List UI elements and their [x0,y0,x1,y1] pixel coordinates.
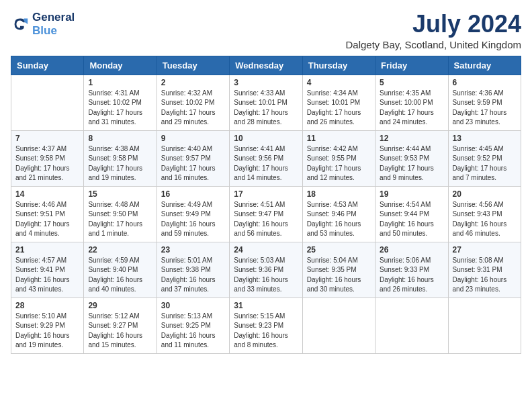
day-content: Sunrise: 4:54 AM Sunset: 9:44 PM Dayligh… [380,200,443,239]
calendar-cell: 30Sunrise: 5:13 AM Sunset: 9:25 PM Dayli… [157,298,229,353]
calendar-cell: 10Sunrise: 4:41 AM Sunset: 9:56 PM Dayli… [230,130,302,186]
calendar-cell: 9Sunrise: 4:40 AM Sunset: 9:57 PM Daylig… [157,130,229,186]
day-number: 1 [88,78,152,87]
day-number: 31 [234,301,298,310]
day-number: 9 [161,134,225,143]
header-row: SundayMondayTuesdayWednesdayThursdayFrid… [11,56,521,75]
week-row-2: 7Sunrise: 4:37 AM Sunset: 9:58 PM Daylig… [11,130,521,186]
day-content: Sunrise: 5:01 AM Sunset: 9:38 PM Dayligh… [161,256,225,295]
day-number: 7 [15,134,79,143]
calendar-cell: 25Sunrise: 5:04 AM Sunset: 9:35 PM Dayli… [302,242,375,298]
header-cell-sunday: Sunday [11,56,84,75]
day-number: 11 [307,134,371,143]
week-row-3: 14Sunrise: 4:46 AM Sunset: 9:51 PM Dayli… [11,186,521,242]
day-content: Sunrise: 4:36 AM Sunset: 9:59 PM Dayligh… [453,89,517,128]
calendar-cell: 24Sunrise: 5:03 AM Sunset: 9:36 PM Dayli… [230,242,302,298]
day-content: Sunrise: 4:51 AM Sunset: 9:47 PM Dayligh… [234,200,298,239]
header-cell-friday: Friday [375,56,448,75]
calendar-cell: 4Sunrise: 4:34 AM Sunset: 10:01 PM Dayli… [302,75,375,130]
day-content: Sunrise: 4:48 AM Sunset: 9:50 PM Dayligh… [88,200,152,239]
day-content: Sunrise: 5:13 AM Sunset: 9:25 PM Dayligh… [161,312,225,351]
day-number: 26 [380,245,443,255]
day-number: 4 [307,78,371,87]
calendar-cell: 15Sunrise: 4:48 AM Sunset: 9:50 PM Dayli… [84,186,157,242]
day-content: Sunrise: 4:56 AM Sunset: 9:43 PM Dayligh… [453,200,517,239]
day-content: Sunrise: 4:33 AM Sunset: 10:01 PM Daylig… [234,89,298,128]
page-header: General Blue July 2024 Dalgety Bay, Scot… [11,11,521,50]
day-content: Sunrise: 5:15 AM Sunset: 9:23 PM Dayligh… [234,312,298,351]
title-block: July 2024 Dalgety Bay, Scotland, United … [345,11,521,50]
day-content: Sunrise: 5:12 AM Sunset: 9:27 PM Dayligh… [88,312,152,351]
day-content: Sunrise: 4:59 AM Sunset: 9:40 PM Dayligh… [88,256,152,295]
svg-marker-0 [24,19,28,24]
day-number: 20 [453,189,517,199]
day-number: 28 [15,301,79,310]
day-number: 3 [234,78,298,87]
day-content: Sunrise: 4:37 AM Sunset: 9:58 PM Dayligh… [15,144,79,183]
day-content: Sunrise: 5:08 AM Sunset: 9:31 PM Dayligh… [453,256,517,295]
calendar-cell [11,75,84,130]
day-number: 5 [380,78,443,87]
day-number: 21 [15,245,79,255]
day-content: Sunrise: 4:34 AM Sunset: 10:01 PM Daylig… [307,89,371,128]
day-content: Sunrise: 4:38 AM Sunset: 9:58 PM Dayligh… [88,144,152,183]
day-number: 29 [88,301,152,310]
week-row-5: 28Sunrise: 5:10 AM Sunset: 9:29 PM Dayli… [11,298,521,353]
calendar-cell: 6Sunrise: 4:36 AM Sunset: 9:59 PM Daylig… [448,75,521,130]
calendar-cell: 18Sunrise: 4:53 AM Sunset: 9:46 PM Dayli… [302,186,375,242]
calendar-cell: 7Sunrise: 4:37 AM Sunset: 9:58 PM Daylig… [11,130,84,186]
calendar-cell: 20Sunrise: 4:56 AM Sunset: 9:43 PM Dayli… [448,186,521,242]
day-content: Sunrise: 5:10 AM Sunset: 9:29 PM Dayligh… [15,312,79,351]
header-cell-monday: Monday [84,56,157,75]
day-number: 22 [88,245,152,255]
month-title: July 2024 [345,11,521,38]
header-cell-thursday: Thursday [302,56,375,75]
header-cell-tuesday: Tuesday [157,56,229,75]
calendar-body: 1Sunrise: 4:31 AM Sunset: 10:02 PM Dayli… [11,75,521,353]
day-content: Sunrise: 5:04 AM Sunset: 9:35 PM Dayligh… [307,256,371,295]
day-number: 24 [234,245,298,255]
day-number: 18 [307,189,371,199]
calendar-cell: 23Sunrise: 5:01 AM Sunset: 9:38 PM Dayli… [157,242,229,298]
day-number: 16 [161,189,225,199]
calendar-cell: 16Sunrise: 4:49 AM Sunset: 9:49 PM Dayli… [157,186,229,242]
day-content: Sunrise: 5:06 AM Sunset: 9:33 PM Dayligh… [380,256,443,295]
day-content: Sunrise: 4:31 AM Sunset: 10:02 PM Daylig… [88,89,152,128]
calendar-header: SundayMondayTuesdayWednesdayThursdayFrid… [11,56,521,75]
calendar-cell: 17Sunrise: 4:51 AM Sunset: 9:47 PM Dayli… [230,186,302,242]
day-number: 25 [307,245,371,255]
calendar-cell: 27Sunrise: 5:08 AM Sunset: 9:31 PM Dayli… [448,242,521,298]
day-content: Sunrise: 4:40 AM Sunset: 9:57 PM Dayligh… [161,144,225,183]
location: Dalgety Bay, Scotland, United Kingdom [345,39,521,50]
calendar-cell: 26Sunrise: 5:06 AM Sunset: 9:33 PM Dayli… [375,242,448,298]
day-content: Sunrise: 5:03 AM Sunset: 9:36 PM Dayligh… [234,256,298,295]
day-content: Sunrise: 4:41 AM Sunset: 9:56 PM Dayligh… [234,144,298,183]
calendar-cell: 5Sunrise: 4:35 AM Sunset: 10:00 PM Dayli… [375,75,448,130]
day-content: Sunrise: 4:53 AM Sunset: 9:46 PM Dayligh… [307,200,371,239]
day-number: 17 [234,189,298,199]
day-number: 30 [161,301,225,310]
day-content: Sunrise: 4:44 AM Sunset: 9:53 PM Dayligh… [380,144,443,183]
calendar-cell: 1Sunrise: 4:31 AM Sunset: 10:02 PM Dayli… [84,75,157,130]
day-content: Sunrise: 4:57 AM Sunset: 9:41 PM Dayligh… [15,256,79,295]
calendar-cell [302,298,375,353]
calendar-cell [448,298,521,353]
calendar-cell: 29Sunrise: 5:12 AM Sunset: 9:27 PM Dayli… [84,298,157,353]
header-cell-saturday: Saturday [448,56,521,75]
week-row-1: 1Sunrise: 4:31 AM Sunset: 10:02 PM Dayli… [11,75,521,130]
week-row-4: 21Sunrise: 4:57 AM Sunset: 9:41 PM Dayli… [11,242,521,298]
logo: General Blue [11,11,75,38]
calendar-cell [375,298,448,353]
calendar-cell: 11Sunrise: 4:42 AM Sunset: 9:55 PM Dayli… [302,130,375,186]
calendar-cell: 3Sunrise: 4:33 AM Sunset: 10:01 PM Dayli… [230,75,302,130]
calendar-cell: 13Sunrise: 4:45 AM Sunset: 9:52 PM Dayli… [448,130,521,186]
calendar-cell: 12Sunrise: 4:44 AM Sunset: 9:53 PM Dayli… [375,130,448,186]
day-number: 23 [161,245,225,255]
calendar-cell: 21Sunrise: 4:57 AM Sunset: 9:41 PM Dayli… [11,242,84,298]
calendar-cell: 28Sunrise: 5:10 AM Sunset: 9:29 PM Dayli… [11,298,84,353]
day-number: 14 [15,189,79,199]
calendar-cell: 19Sunrise: 4:54 AM Sunset: 9:44 PM Dayli… [375,186,448,242]
day-number: 10 [234,134,298,143]
day-number: 13 [453,134,517,143]
day-content: Sunrise: 4:32 AM Sunset: 10:02 PM Daylig… [161,89,225,128]
